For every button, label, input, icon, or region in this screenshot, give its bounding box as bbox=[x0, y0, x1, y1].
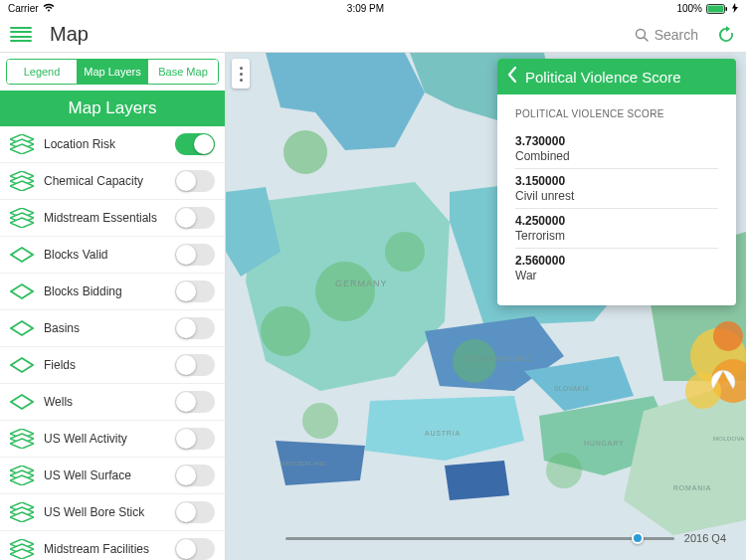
layer-stack-icon bbox=[10, 245, 34, 265]
layer-toggle[interactable] bbox=[175, 428, 215, 450]
charging-icon bbox=[732, 3, 738, 15]
layer-toggle[interactable] bbox=[175, 391, 215, 413]
layers-list: Location RiskChemical CapacityMidstream … bbox=[0, 126, 225, 560]
svg-text:CZECH REPUBLIC: CZECH REPUBLIC bbox=[465, 355, 532, 362]
svg-text:GERMANY: GERMANY bbox=[335, 279, 388, 288]
layer-row: Wells bbox=[0, 384, 225, 421]
page-title: Map bbox=[50, 23, 635, 46]
svg-point-11 bbox=[302, 403, 338, 439]
layer-label: Location Risk bbox=[44, 137, 175, 151]
layer-label: Blocks Valid bbox=[44, 248, 175, 262]
popup-header: Political Violence Score bbox=[497, 59, 736, 94]
layer-row: Midstream Essentials bbox=[0, 200, 225, 237]
layer-toggle[interactable] bbox=[175, 170, 215, 192]
layer-label: Fields bbox=[44, 358, 175, 372]
svg-point-7 bbox=[315, 262, 375, 321]
svg-text:ROMANIA: ROMANIA bbox=[673, 484, 711, 491]
svg-text:SWITZERLAND: SWITZERLAND bbox=[280, 461, 327, 467]
svg-text:AUSTRIA: AUSTRIA bbox=[425, 430, 461, 437]
layer-toggle[interactable] bbox=[175, 317, 215, 339]
layer-label: Blocks Bidding bbox=[44, 284, 175, 298]
slider-track[interactable] bbox=[285, 537, 674, 540]
svg-point-16 bbox=[713, 321, 743, 351]
time-slider[interactable]: 2016 Q4 bbox=[285, 528, 726, 548]
layer-label: Chemical Capacity bbox=[44, 174, 175, 188]
sidebar-tabs: Legend Map Layers Base Map bbox=[6, 59, 219, 85]
layer-row: Fields bbox=[0, 347, 225, 384]
popup-item-value: 3.730000 bbox=[515, 134, 718, 148]
popup-item: 2.560000War bbox=[515, 249, 718, 287]
svg-rect-2 bbox=[725, 7, 727, 11]
reload-icon[interactable] bbox=[716, 25, 736, 45]
layer-stack-icon bbox=[10, 392, 34, 412]
svg-point-8 bbox=[261, 306, 310, 356]
layer-stack-icon bbox=[10, 539, 34, 559]
svg-text:HUNGARY: HUNGARY bbox=[584, 440, 624, 447]
battery-pct-label: 100% bbox=[676, 3, 702, 14]
layer-stack-icon bbox=[10, 208, 34, 228]
popup-item-name: Combined bbox=[515, 149, 718, 163]
layer-label: US Well Activity bbox=[44, 432, 175, 446]
popup-item-value: 4.250000 bbox=[515, 214, 718, 228]
wifi-icon bbox=[43, 3, 55, 14]
layer-toggle[interactable] bbox=[175, 244, 215, 266]
layer-stack-icon bbox=[10, 134, 34, 154]
layer-row: US Well Surface bbox=[0, 458, 225, 494]
popup-item-name: Terrorism bbox=[515, 229, 718, 243]
layer-label: Basins bbox=[44, 321, 175, 335]
layer-label: US Well Bore Stick bbox=[44, 505, 175, 519]
layer-row: US Well Activity bbox=[0, 421, 225, 458]
tab-legend[interactable]: Legend bbox=[7, 60, 78, 84]
layer-toggle[interactable] bbox=[175, 465, 215, 486]
svg-point-9 bbox=[385, 232, 425, 272]
popup-item: 3.150000Civil unrest bbox=[515, 169, 718, 209]
carrier-label: Carrier bbox=[8, 3, 39, 14]
svg-point-6 bbox=[283, 130, 327, 174]
layer-label: Midstream Facilities bbox=[44, 542, 175, 556]
svg-point-12 bbox=[546, 453, 582, 488]
layer-label: Wells bbox=[44, 395, 175, 409]
layer-label: US Well Surface bbox=[44, 468, 175, 482]
popup-item-name: Civil unrest bbox=[515, 189, 718, 203]
slider-handle[interactable] bbox=[632, 532, 644, 544]
layer-stack-icon bbox=[10, 318, 34, 338]
layers-sidebar: Legend Map Layers Base Map Map Layers Lo… bbox=[0, 53, 226, 560]
back-icon[interactable] bbox=[507, 67, 517, 87]
popup-item: 3.730000Combined bbox=[515, 129, 718, 169]
popup-item: 4.250000Terrorism bbox=[515, 209, 718, 249]
svg-line-4 bbox=[644, 37, 648, 41]
slider-date-label: 2016 Q4 bbox=[684, 532, 726, 544]
svg-text:MOLDOVA: MOLDOVA bbox=[713, 436, 745, 442]
layer-toggle[interactable] bbox=[175, 133, 215, 155]
map-area[interactable]: GERMANY CZECH REPUBLIC AUSTRIA SLOVAKIA … bbox=[226, 53, 746, 560]
layer-row: Location Risk bbox=[0, 126, 225, 163]
menu-icon[interactable] bbox=[10, 27, 32, 43]
layer-stack-icon bbox=[10, 281, 34, 301]
layer-stack-icon bbox=[10, 171, 34, 191]
map-options-icon[interactable] bbox=[232, 59, 250, 89]
layer-toggle[interactable] bbox=[175, 280, 215, 302]
search-icon bbox=[635, 28, 649, 42]
svg-rect-1 bbox=[707, 5, 723, 12]
search-field[interactable]: Search bbox=[635, 27, 698, 43]
battery-icon bbox=[706, 4, 728, 14]
layer-stack-icon bbox=[10, 355, 34, 375]
layer-stack-icon bbox=[10, 429, 34, 449]
layer-toggle[interactable] bbox=[175, 501, 215, 523]
app-topbar: Map Search bbox=[0, 17, 746, 53]
layer-toggle[interactable] bbox=[175, 207, 215, 229]
popup-item-name: War bbox=[515, 269, 718, 282]
tab-map-layers[interactable]: Map Layers bbox=[78, 60, 148, 84]
popup-title: Political Violence Score bbox=[525, 69, 680, 86]
popup-item-value: 2.560000 bbox=[515, 254, 718, 268]
layer-row: Midstream Facilities bbox=[0, 531, 225, 560]
layer-toggle[interactable] bbox=[175, 538, 215, 560]
layer-toggle[interactable] bbox=[175, 354, 215, 376]
layer-row: Chemical Capacity bbox=[0, 163, 225, 200]
search-placeholder: Search bbox=[654, 27, 698, 43]
ios-status-bar: Carrier 3:09 PM 100% bbox=[0, 0, 746, 17]
clock-label: 3:09 PM bbox=[347, 3, 384, 14]
popup-section-label: POLITICAL VIOLENCE SCORE bbox=[515, 108, 718, 119]
layer-row: US Well Bore Stick bbox=[0, 494, 225, 531]
tab-base-map[interactable]: Base Map bbox=[148, 60, 218, 84]
